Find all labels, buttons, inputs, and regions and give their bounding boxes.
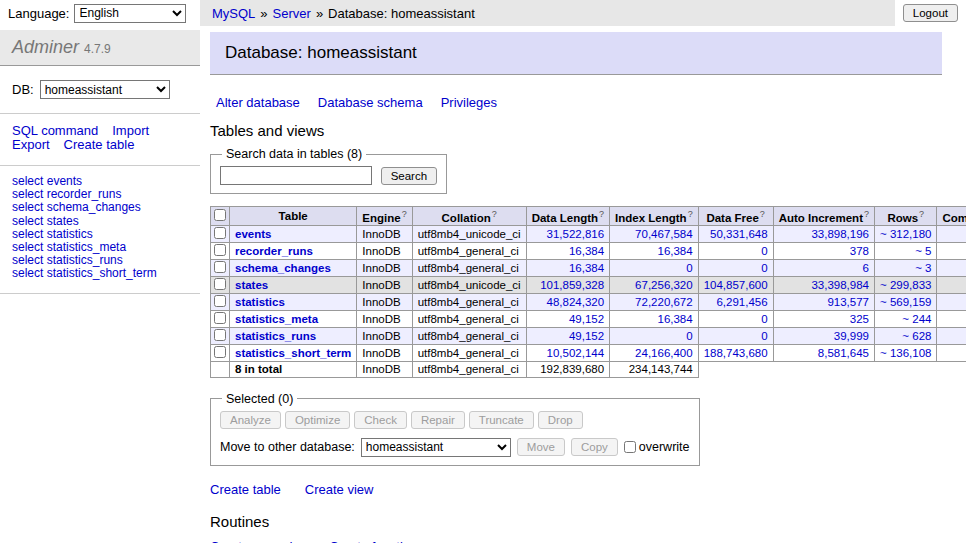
table-name-link-events[interactable]: events — [235, 228, 271, 240]
table-name-link-statistics[interactable]: statistics — [235, 296, 285, 308]
table-name-link-states[interactable]: states — [235, 279, 268, 291]
select-link-schema-changes[interactable]: select — [12, 200, 43, 214]
sidebar-table-link-states[interactable]: states — [47, 214, 79, 228]
index-length-link[interactable]: 67,256,320 — [635, 279, 693, 291]
auto-increment-link[interactable]: 33,398,984 — [811, 279, 869, 291]
sidebar-table-link-recorder-runs[interactable]: recorder_runs — [47, 187, 122, 201]
data-free-link[interactable]: 6,291,456 — [716, 296, 767, 308]
move-db-select[interactable]: homeassistant — [361, 438, 511, 457]
data-length-link[interactable]: 16,384 — [569, 262, 604, 274]
table-name-link-schema-changes[interactable]: schema_changes — [235, 262, 331, 274]
index-length-link[interactable]: 0 — [686, 330, 692, 342]
sidebar-table-link-events[interactable]: events — [47, 174, 82, 188]
optimize-button[interactable]: Optimize — [285, 411, 350, 429]
search-input[interactable] — [220, 166, 372, 185]
select-link-statistics-short-term[interactable]: select — [12, 266, 43, 280]
row-checkbox[interactable] — [214, 261, 226, 273]
data-length-link[interactable]: 101,859,328 — [540, 279, 604, 291]
auto-increment-link[interactable]: 33,898,196 — [811, 228, 869, 240]
auto-increment-link[interactable]: 8,581,645 — [818, 347, 869, 359]
sidebar-table-link-schema-changes[interactable]: schema_changes — [47, 200, 141, 214]
row-checkbox[interactable] — [214, 278, 226, 290]
data-free-link[interactable]: 0 — [761, 330, 767, 342]
help-icon[interactable]: ? — [402, 209, 407, 219]
row-checkbox[interactable] — [214, 312, 226, 324]
row-checkbox[interactable] — [214, 244, 226, 256]
help-icon[interactable]: ? — [688, 209, 693, 219]
select-link-statistics[interactable]: select — [12, 227, 43, 241]
row-checkbox[interactable] — [214, 227, 226, 239]
row-checkbox[interactable] — [214, 346, 226, 358]
index-length-link[interactable]: 72,220,672 — [635, 296, 693, 308]
data-length-link[interactable]: 49,152 — [569, 330, 604, 342]
auto-increment-link[interactable]: 39,999 — [834, 330, 869, 342]
auto-increment-link[interactable]: 6 — [863, 262, 869, 274]
nav-link-privileges[interactable]: Privileges — [441, 95, 497, 110]
create-table-link[interactable]: Create table — [210, 482, 281, 497]
sidebar-link-sql-command[interactable]: SQL command — [12, 123, 98, 138]
data-length-link[interactable]: 48,824,320 — [547, 296, 605, 308]
breadcrumb-link-mysql[interactable]: MySQL — [212, 6, 255, 21]
data-free-link[interactable]: 0 — [761, 313, 767, 325]
index-length-link[interactable]: 16,384 — [657, 245, 692, 257]
auto-increment-link[interactable]: 325 — [850, 313, 869, 325]
data-free-link[interactable]: 104,857,600 — [704, 279, 768, 291]
overwrite-checkbox[interactable] — [624, 441, 636, 453]
rows-count-link[interactable]: ~ 136,108 — [880, 347, 931, 359]
sidebar-table-link-statistics-meta[interactable]: statistics_meta — [47, 240, 126, 254]
data-free-link[interactable]: 188,743,680 — [704, 347, 768, 359]
breadcrumb-link-server[interactable]: Server — [273, 6, 311, 21]
rows-count-link[interactable]: ~ 299,833 — [880, 279, 931, 291]
index-length-link[interactable]: 70,467,584 — [635, 228, 693, 240]
select-link-statistics-runs[interactable]: select — [12, 253, 43, 267]
analyze-button[interactable]: Analyze — [220, 411, 281, 429]
data-length-link[interactable]: 16,384 — [569, 245, 604, 257]
help-icon[interactable]: ? — [919, 209, 924, 219]
sidebar-table-link-statistics[interactable]: statistics — [47, 227, 93, 241]
sidebar-link-import[interactable]: Import — [112, 123, 149, 138]
rows-count-link[interactable]: ~ 3 — [915, 262, 931, 274]
app-version[interactable]: 4.7.9 — [84, 42, 111, 56]
repair-button[interactable]: Repair — [411, 411, 465, 429]
rows-count-link[interactable]: ~ 569,159 — [880, 296, 931, 308]
move-button[interactable]: Move — [517, 438, 565, 456]
language-select[interactable]: English — [74, 4, 186, 23]
rows-count-link[interactable]: ~ 244 — [902, 313, 931, 325]
nav-link-database-schema[interactable]: Database schema — [318, 95, 423, 110]
data-length-link[interactable]: 31,522,816 — [547, 228, 605, 240]
data-free-link[interactable]: 0 — [761, 262, 767, 274]
copy-button[interactable]: Copy — [571, 438, 618, 456]
index-length-link[interactable]: 0 — [686, 262, 692, 274]
create-procedure-link[interactable]: Create procedure — [210, 539, 311, 543]
select-link-states[interactable]: select — [12, 214, 43, 228]
help-icon[interactable]: ? — [492, 209, 497, 219]
sidebar-link-export[interactable]: Export — [12, 137, 50, 152]
db-select[interactable]: homeassistant — [40, 80, 170, 99]
truncate-button[interactable]: Truncate — [469, 411, 534, 429]
data-free-link[interactable]: 50,331,648 — [710, 228, 768, 240]
row-checkbox[interactable] — [214, 329, 226, 341]
index-length-link[interactable]: 16,384 — [657, 313, 692, 325]
help-icon[interactable]: ? — [864, 209, 869, 219]
select-link-events[interactable]: select — [12, 174, 43, 188]
logout-button[interactable]: Logout — [903, 4, 958, 22]
select-all-checkbox[interactable] — [214, 209, 226, 221]
help-icon[interactable]: ? — [760, 209, 765, 219]
index-length-link[interactable]: 24,166,400 — [635, 347, 693, 359]
table-name-link-statistics-runs[interactable]: statistics_runs — [235, 330, 316, 342]
nav-link-alter-database[interactable]: Alter database — [216, 95, 300, 110]
row-checkbox[interactable] — [214, 295, 226, 307]
table-name-link-statistics-short-term[interactable]: statistics_short_term — [235, 347, 351, 359]
create-function-link[interactable]: Create function — [329, 539, 417, 543]
select-link-statistics-meta[interactable]: select — [12, 240, 43, 254]
auto-increment-link[interactable]: 913,577 — [827, 296, 869, 308]
create-view-link[interactable]: Create view — [305, 482, 374, 497]
sidebar-table-link-statistics-short-term[interactable]: statistics_short_term — [47, 266, 157, 280]
data-free-link[interactable]: 0 — [761, 245, 767, 257]
table-name-link-statistics-meta[interactable]: statistics_meta — [235, 313, 318, 325]
data-length-link[interactable]: 49,152 — [569, 313, 604, 325]
help-icon[interactable]: ? — [599, 209, 604, 219]
check-button[interactable]: Check — [354, 411, 407, 429]
sidebar-table-link-statistics-runs[interactable]: statistics_runs — [47, 253, 123, 267]
search-button[interactable]: Search — [381, 167, 437, 185]
